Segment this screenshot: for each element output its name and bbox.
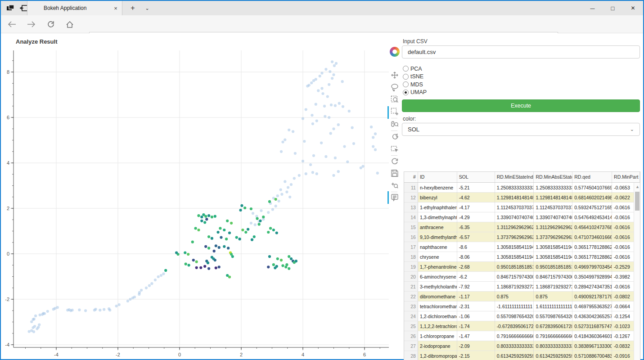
scatter-point[interactable]: [227, 247, 230, 249]
scatter-point[interactable]: [310, 81, 313, 84]
scatter-point[interactable]: [330, 104, 333, 106]
scatter-point[interactable]: [32, 330, 35, 333]
table-column-header[interactable]: ID: [418, 172, 457, 182]
table-column-header[interactable]: #: [404, 172, 418, 182]
scatter-point[interactable]: [267, 266, 270, 268]
table-row[interactable]: 141,3-dimethylnaphth-4.291.3390740740740…: [404, 212, 640, 222]
scatter-point[interactable]: [293, 177, 296, 180]
scatter-point[interactable]: [199, 266, 202, 269]
scatter-point[interactable]: [346, 160, 349, 163]
scatter-point[interactable]: [288, 196, 291, 198]
scatter-point[interactable]: [33, 325, 36, 328]
table-row[interactable]: 15anthracene-6.351.311296296296291.31129…: [404, 222, 640, 232]
scatter-point[interactable]: [374, 132, 377, 135]
scatter-point[interactable]: [260, 209, 262, 212]
scatter-point[interactable]: [302, 117, 304, 120]
scatter-point[interactable]: [292, 130, 294, 133]
reset-tool-icon[interactable]: [390, 157, 399, 166]
table-row[interactable]: 272-iodopropane-2.090.803333333333330.80…: [404, 341, 640, 351]
scatter-point[interactable]: [335, 62, 338, 65]
vertical-scrollbar[interactable]: ▲ ▼: [634, 183, 640, 360]
scatter-point[interactable]: [258, 223, 261, 225]
table-row[interactable]: 131-ethylnaphthalene-4.171.1124537037037…: [404, 202, 640, 212]
scatter-point[interactable]: [284, 180, 286, 183]
input-csv-field[interactable]: [402, 45, 640, 58]
minimize-button[interactable]: —: [582, 1, 603, 15]
scatter-point[interactable]: [200, 220, 203, 222]
forward-icon[interactable]: [24, 18, 38, 30]
radio-option-umap[interactable]: UMAP: [403, 89, 427, 96]
back-icon[interactable]: [5, 18, 19, 30]
scatter-point[interactable]: [329, 132, 332, 135]
table-row[interactable]: 206-aminochrysene-6.20.846715797430080.8…: [404, 272, 640, 282]
scatter-point[interactable]: [329, 70, 331, 73]
scatter-point[interactable]: [252, 212, 254, 215]
scatter-point[interactable]: [240, 204, 243, 207]
scatter-point[interactable]: [99, 309, 101, 311]
scatter-point[interactable]: [348, 110, 351, 112]
scatter-point[interactable]: [175, 251, 178, 254]
scatter-point[interactable]: [326, 95, 329, 98]
scatter-point[interactable]: [290, 183, 293, 186]
table-row[interactable]: 281,2-dibromopropan-2.150.61342592592592…: [404, 351, 640, 360]
scatter-point[interactable]: [305, 108, 307, 111]
scatter-point[interactable]: [211, 216, 213, 218]
scatter-point[interactable]: [95, 308, 97, 310]
scatter-point[interactable]: [294, 152, 297, 155]
new-tab-button[interactable]: +: [125, 1, 140, 15]
pan-tool-icon[interactable]: [390, 71, 399, 80]
scatter-point[interactable]: [195, 266, 198, 269]
scatter-point[interactable]: [267, 211, 270, 214]
scatter-point[interactable]: [269, 227, 272, 230]
scatter-point[interactable]: [278, 200, 280, 202]
radio-button-icon[interactable]: [403, 81, 409, 87]
scatter-point[interactable]: [185, 263, 187, 266]
table-row[interactable]: 23tetrachloromethane-2.31-1.611111111111…: [404, 302, 640, 311]
browser-tab[interactable]: Bokeh Application ×: [27, 1, 122, 15]
scatter-point[interactable]: [223, 245, 225, 248]
scatter-point[interactable]: [305, 172, 307, 175]
scatter-point[interactable]: [288, 255, 290, 258]
scatter-point[interactable]: [311, 122, 314, 125]
scatter-point[interactable]: [78, 309, 81, 311]
table-row[interactable]: 22dibromomethane-1.170.8750.8750.4900921…: [404, 292, 640, 302]
scatter-point[interactable]: [115, 305, 118, 307]
scatter-point[interactable]: [197, 229, 200, 231]
scatter-point[interactable]: [243, 207, 246, 209]
zoom-in-tool-icon[interactable]: [390, 181, 399, 190]
scatter-point[interactable]: [332, 73, 335, 76]
scatter-point[interactable]: [256, 217, 259, 220]
scatter-point[interactable]: [230, 222, 233, 225]
scatter-point[interactable]: [239, 209, 242, 212]
scatter-point[interactable]: [204, 215, 207, 218]
scatter-point[interactable]: [262, 216, 265, 218]
radio-button-icon[interactable]: [403, 66, 409, 72]
scatter-point[interactable]: [207, 267, 210, 270]
box-select-tool-icon[interactable]: [390, 107, 399, 116]
scatter-point[interactable]: [351, 126, 354, 129]
scatter-point[interactable]: [164, 269, 167, 272]
scatter-point[interactable]: [360, 166, 362, 169]
scatter-point[interactable]: [195, 261, 198, 263]
home-icon[interactable]: [63, 18, 77, 30]
scatter-point[interactable]: [281, 140, 284, 143]
execute-button[interactable]: Execute: [402, 99, 640, 112]
scatter-point[interactable]: [162, 272, 165, 275]
scatter-point[interactable]: [226, 220, 229, 222]
scatter-point[interactable]: [43, 312, 46, 315]
scatter-point[interactable]: [267, 231, 270, 234]
scatter-point[interactable]: [311, 171, 314, 174]
scatter-point[interactable]: [272, 229, 275, 231]
scatter-point[interactable]: [250, 207, 252, 210]
table-row[interactable]: 169,10-dimethylanthra-6.571.373796296296…: [404, 232, 640, 242]
scatter-point[interactable]: [207, 214, 210, 217]
scatter-point[interactable]: [290, 257, 293, 260]
table-row[interactable]: 12bibenzyl-4.621.129814814814811.1298148…: [404, 193, 640, 202]
scatter-point[interactable]: [235, 236, 238, 239]
scatter-point[interactable]: [194, 227, 197, 230]
table-row[interactable]: 17naphthacene-8.61.305815854119421.30581…: [404, 242, 640, 252]
scatter-point[interactable]: [276, 257, 279, 260]
scatter-point[interactable]: [328, 116, 330, 119]
scatter-point[interactable]: [298, 174, 301, 177]
scatter-point[interactable]: [205, 218, 208, 220]
